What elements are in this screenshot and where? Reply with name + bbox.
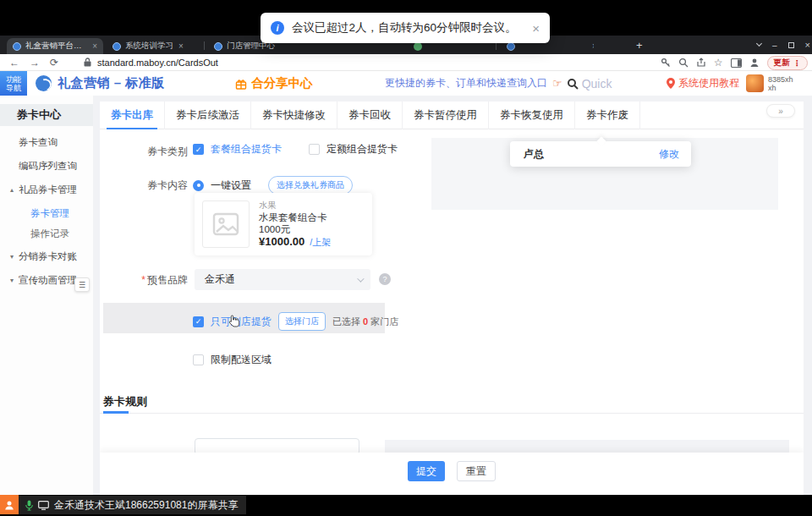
participant-icon[interactable] (0, 495, 19, 514)
submit-button[interactable]: 提交 (408, 461, 445, 481)
screen-share-bar: 金禾通技术王斌18662591081的屏幕共享 (0, 495, 812, 516)
share-status: 金禾通技术王斌18662591081的屏幕共享 (19, 496, 246, 514)
pickup-row: 只可到店提货 选择门店 已选择0家门店 (193, 312, 398, 331)
search-icon[interactable] (567, 78, 579, 90)
tab-title: 系统培训学习 (125, 41, 173, 52)
tab-close-icon[interactable]: × (178, 41, 184, 51)
browser-toolbar: ← → ⟳ standard.maboy.cn/CardsOut ☆ (0, 54, 812, 71)
delivery-limit-row: 限制配送区域 (193, 353, 272, 367)
sidebar-group-gift-card-mgmt[interactable]: ▴ 礼品券卡管理 (0, 183, 93, 197)
burger-icon: ☰ (79, 281, 85, 289)
brand-select[interactable]: 金禾通 (195, 269, 370, 290)
product-tag: 水果 (259, 200, 331, 211)
brand-logo-icon (36, 75, 52, 91)
function-nav-badge[interactable]: 功能 导航 (0, 71, 27, 96)
triangle-up-icon: ▴ (7, 186, 17, 194)
forward-icon[interactable]: → (30, 57, 40, 69)
product-status-link[interactable]: /上架 (310, 236, 331, 248)
person-icon (4, 500, 14, 510)
share-center-link[interactable]: 合分享中心 (235, 71, 313, 96)
rules-section-title: 券卡规则 (103, 394, 147, 409)
one-key-setup-label[interactable]: 一键设置 (211, 178, 251, 193)
tab-search-icon[interactable] (756, 41, 762, 47)
pickup-label[interactable]: 只可到店提货 (211, 315, 272, 329)
tab-card-activate[interactable]: 券卡后续激活 (165, 102, 251, 129)
app-header: 功能 导航 礼盒营销 – 标准版 合分享中心 更快捷的券卡、订单和快递查询入口 … (0, 71, 812, 96)
tab-card-suspend[interactable]: 券卡暂停使用 (403, 102, 489, 129)
browser-tab[interactable]: 系统培训学习 × (107, 38, 201, 54)
quick-label[interactable]: Quick (582, 77, 612, 91)
brand-label: *预售品牌 (100, 273, 188, 288)
sidebar-group-distribution-reconcile[interactable]: ▾ 分销券卡对账 (0, 250, 93, 264)
sidebar-item-operation-records[interactable]: 操作记录 (0, 227, 93, 241)
window-controls: – × (757, 36, 810, 54)
collapse-panel-button[interactable]: » (766, 104, 795, 118)
reset-button[interactable]: 重置 (457, 461, 496, 481)
tab-close-icon[interactable]: × (592, 41, 594, 51)
select-store-button[interactable]: 选择门店 (278, 312, 326, 331)
checkbox-checked-icon[interactable] (193, 316, 204, 327)
sidebar-item-code-sequence-query[interactable]: 编码序列查询 (0, 159, 93, 173)
tab-title: 礼盒营销平台管理中心 (25, 41, 87, 52)
card-type-option-2[interactable]: 定额组合提货卡 (326, 142, 398, 156)
window-maximize-button[interactable] (788, 42, 794, 48)
tutorial-link[interactable]: 系统使用教程 (667, 71, 739, 96)
tab-card-recycle[interactable]: 券卡回收 (337, 102, 403, 129)
user-account[interactable]: 8385xh xh (746, 71, 793, 96)
lock-icon (84, 58, 91, 67)
card-type-option-1[interactable]: 套餐组合提货卡 (211, 142, 282, 156)
product-name: 水果套餐组合卡 (259, 211, 331, 223)
brand-title: 礼盒营销 – 标准版 (58, 75, 165, 91)
delivery-limit-label[interactable]: 限制配送区域 (211, 353, 272, 367)
tab-card-outbound[interactable]: 券卡出库 (100, 102, 165, 129)
info-icon: i (271, 21, 284, 35)
share-icon[interactable] (696, 58, 706, 68)
main-tabs: 券卡出库 券卡后续激活 券卡快捷修改 券卡回收 券卡暂停使用 券卡恢复使用 券卡… (100, 102, 804, 129)
tab-favicon (507, 42, 515, 51)
quick-entry-link[interactable]: 更快捷的券卡、订单和快递查询入口 (385, 76, 547, 91)
rules-active-bar (103, 411, 129, 414)
avatar (746, 74, 764, 92)
sidebar-item-card-management[interactable]: 券卡管理 (0, 206, 93, 221)
quick-entry: 更快捷的券卡、订单和快递查询入口 ☞ Quick (385, 71, 612, 96)
tab-card-void[interactable]: 券卡作废 (575, 102, 640, 129)
url-text[interactable]: standard.maboy.cn/CardsOut (97, 58, 218, 68)
profile-icon[interactable] (749, 58, 760, 68)
pick-goods-button[interactable]: 选择兑换礼券商品 (268, 176, 353, 195)
toast-close-icon[interactable]: × (532, 21, 540, 36)
back-icon[interactable]: ← (9, 57, 19, 69)
help-icon[interactable]: ? (379, 273, 391, 285)
required-icon: * (141, 274, 145, 286)
tab-close-icon[interactable]: × (92, 41, 97, 51)
toolbar-right-icons: ☆ 更新 ⋮ (661, 54, 808, 71)
bookmark-star-icon[interactable]: ☆ (714, 57, 723, 69)
zoom-icon[interactable] (678, 58, 689, 68)
browser-tab-active[interactable]: 礼盒营销平台管理中心 × (7, 38, 103, 54)
chrome-update-button[interactable]: 更新 ⋮ (767, 56, 809, 70)
contact-popover: 卢总 修改 (510, 141, 691, 167)
tab-favicon (414, 42, 422, 51)
sidebar: 券卡中心 券卡查询 编码序列查询 ▴ 礼品券卡管理 券卡管理 操作记录 ▾ 分销… (0, 96, 93, 495)
checkbox-checked-icon[interactable] (193, 144, 204, 155)
main-content: 券卡出库 券卡后续激活 券卡快捷修改 券卡回收 券卡暂停使用 券卡恢复使用 券卡… (93, 96, 812, 495)
window-close-button[interactable]: × (805, 40, 810, 50)
contact-name: 卢总 (524, 147, 544, 162)
product-image-placeholder (202, 200, 250, 248)
tab-separator (204, 41, 205, 50)
radio-selected-icon[interactable] (193, 180, 204, 191)
product-card[interactable]: 水果 水果套餐组合卡 1000元 ¥1000.00 /上架 (195, 193, 372, 255)
tab-card-quick-edit[interactable]: 券卡快捷修改 (251, 102, 337, 129)
sidebar-item-card-query[interactable]: 券卡查询 (0, 135, 93, 150)
sidebar-collapse-toggle[interactable]: ☰ (74, 277, 90, 292)
content-card: 券卡出库 券卡后续激活 券卡快捷修改 券卡回收 券卡暂停使用 券卡恢复使用 券卡… (100, 102, 804, 495)
new-tab-button[interactable]: + (636, 39, 643, 52)
tab-card-resume[interactable]: 券卡恢复使用 (489, 102, 575, 129)
image-icon (211, 210, 240, 239)
checkbox-unchecked-icon[interactable] (193, 354, 204, 365)
side-panel-icon[interactable] (731, 58, 742, 68)
modify-link[interactable]: 修改 (659, 147, 679, 162)
checkbox-unchecked-icon[interactable] (309, 144, 320, 155)
reload-icon[interactable]: ⟳ (50, 57, 58, 69)
key-icon[interactable] (661, 58, 671, 68)
window-minimize-button[interactable]: – (772, 41, 777, 50)
